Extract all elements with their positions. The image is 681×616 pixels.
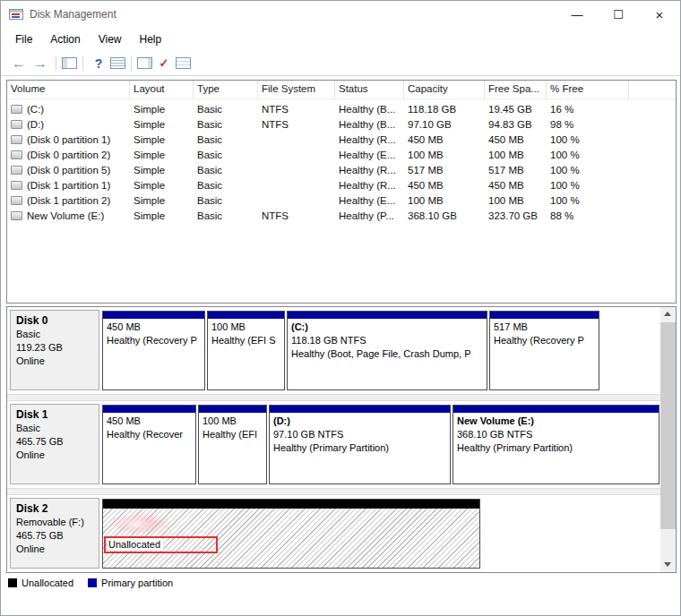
partition-line: 450 MB [107,415,192,428]
cell: 100 % [547,134,629,145]
partition-body: 517 MBHealthy (Recovery P [490,319,599,389]
column-header-6[interactable]: Free Spa... [485,81,547,98]
volume-icon [11,135,22,144]
console-tree-icon[interactable] [62,57,77,69]
window-controls: — ☐ × [556,1,680,28]
titlebar: Disk Management — ☐ × [1,1,680,28]
partition-color-bar [103,500,479,509]
volume-icon [11,120,22,129]
disk-size: 465.75 GB [16,529,93,543]
cell: 100 % [547,150,629,160]
cell: Simple [130,104,194,115]
cell: 16 % [547,104,629,115]
partition-body: Unallocated [103,509,479,568]
disk-name: Disk 1 [16,408,93,422]
disk-row-separator [7,488,660,495]
column-header-7[interactable]: % Free [547,81,629,98]
legend-label: Primary partition [101,578,173,588]
partition-line: Healthy (Recover [107,428,192,441]
partition-line: New Volume (E:) [457,415,655,428]
vertical-scrollbar[interactable] [660,307,676,572]
partition-line: Healthy (EFI [203,428,263,441]
disk-row-2: Disk 2Removable (F:)465.75 GBOnlineUnall… [7,495,660,572]
partition-area-2: Unallocated [102,495,660,572]
column-header-5[interactable]: Capacity [404,81,485,98]
annotation-smudge [107,512,173,535]
scroll-down-icon[interactable] [660,557,676,572]
cell: Healthy (P... [335,210,404,221]
toolbar-separator [131,56,132,71]
check-disk-icon[interactable]: ✓ [154,55,174,73]
scroll-up-icon[interactable] [660,307,676,322]
unallocated-block[interactable]: Unallocated [102,499,480,569]
legend-swatch [8,578,17,587]
table-row[interactable]: (Disk 0 partition 2)SimpleBasicHealthy (… [7,147,676,162]
partition-block[interactable]: 450 MBHealthy (Recover [102,405,196,484]
disk-header-1[interactable]: Disk 1Basic465.75 GBOnline [10,404,99,484]
menu-help[interactable]: Help [131,30,171,49]
partition-block[interactable]: 100 MBHealthy (EFI S [207,311,285,390]
volume-cell: (Disk 0 partition 1) [7,134,130,145]
table-row[interactable]: (Disk 0 partition 1)SimpleBasicHealthy (… [7,132,676,147]
maximize-button[interactable]: ☐ [598,1,639,28]
partition-block[interactable]: 517 MBHealthy (Recovery P [489,311,599,390]
disk-header-2[interactable]: Disk 2Removable (F:)465.75 GBOnline [10,498,99,569]
scroll-thumb[interactable] [660,322,676,529]
volume-cell: New Volume (E:) [7,210,130,221]
partition-color-bar [103,406,195,413]
partition-block[interactable]: (D:)97.10 GB NTFSHealthy (Primary Partit… [269,405,451,484]
table-row[interactable]: (Disk 1 partition 1)SimpleBasicHealthy (… [7,177,676,192]
cell: NTFS [258,119,335,130]
forward-icon[interactable]: → [30,55,50,73]
column-header-2[interactable]: Type [194,81,258,98]
table-row[interactable]: (Disk 0 partition 5)SimpleBasicHealthy (… [7,162,676,177]
volume-name: (C:) [27,104,44,115]
back-icon[interactable]: ← [9,55,29,73]
action-pane-icon[interactable] [137,57,152,69]
partition-area-0: 450 MBHealthy (Recovery P100 MBHealthy (… [102,307,660,394]
volume-icon [11,105,22,114]
help-icon[interactable]: ? [89,55,108,73]
details-view-icon[interactable] [110,57,125,69]
properties-icon[interactable] [176,57,191,69]
cell: Healthy (E... [335,195,404,206]
disk-type: Basic [16,422,93,435]
column-header-0[interactable]: Volume [7,81,130,98]
partition-block[interactable]: 450 MBHealthy (Recovery P [102,311,205,390]
partition-block[interactable]: New Volume (E:)368.10 GB NTFSHealthy (Pr… [453,405,659,484]
cell: Basic [194,210,258,221]
table-row[interactable]: (C:)SimpleBasicNTFSHealthy (B...118.18 G… [7,101,676,116]
partition-color-bar [103,312,204,319]
disk-header-0[interactable]: Disk 0Basic119.23 GBOnline [10,310,99,390]
legend-item-1: Primary partition [88,578,173,588]
menu-action[interactable]: Action [41,30,89,49]
cell: 19.45 GB [485,104,547,115]
volume-cell: (Disk 1 partition 2) [7,195,130,206]
column-header-1[interactable]: Layout [130,81,194,98]
volume-cell: (Disk 0 partition 2) [7,150,130,160]
cell: Simple [130,165,194,175]
partition-block[interactable]: 100 MBHealthy (EFI [198,405,267,484]
partition-line: Healthy (Boot, Page File, Crash Dump, P [291,347,483,361]
menu-view[interactable]: View [90,30,131,49]
table-row[interactable]: (D:)SimpleBasicNTFSHealthy (B...97.10 GB… [7,116,676,132]
column-header-4[interactable]: Status [335,81,404,98]
column-header-filler [629,81,676,98]
minimize-button[interactable]: — [556,1,598,28]
cell: Simple [130,180,194,191]
column-header-3[interactable]: File System [258,81,335,98]
volume-cell: (Disk 1 partition 1) [7,180,130,191]
partition-line: 100 MB [211,321,280,334]
partition-block[interactable]: (C:)118.18 GB NTFSHealthy (Boot, Page Fi… [287,311,487,390]
partition-body: New Volume (E:)368.10 GB NTFSHealthy (Pr… [453,413,659,483]
close-button[interactable]: × [639,1,680,28]
table-row[interactable]: New Volume (E:)SimpleBasicNTFSHealthy (P… [7,208,676,223]
table-header: VolumeLayoutTypeFile SystemStatusCapacit… [7,81,676,99]
menu-file[interactable]: File [6,30,41,49]
toolbar-separator [56,56,56,71]
table-row[interactable]: (Disk 1 partition 2)SimpleBasicHealthy (… [7,192,676,208]
legend-bar: UnallocatedPrimary partition [8,576,187,590]
partition-body: 450 MBHealthy (Recovery P [103,319,204,389]
cell: 450 MB [485,134,547,145]
partition-line: Healthy (Primary Partition) [457,441,655,455]
